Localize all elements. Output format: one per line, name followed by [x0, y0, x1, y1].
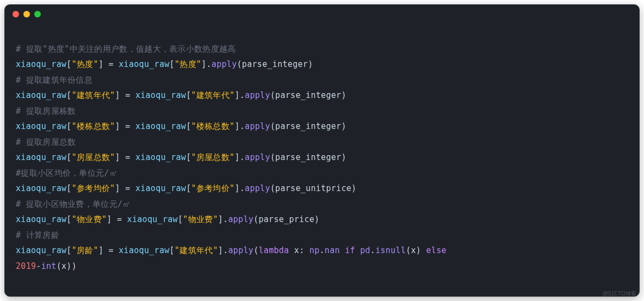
code-token: parse_integer [275, 90, 341, 100]
code-token: ) [341, 152, 346, 162]
code-token: ( [406, 245, 411, 255]
code-token: [ [186, 90, 191, 100]
code-token: parse_integer [275, 121, 341, 131]
code-token: [ [66, 59, 71, 69]
comment-line: # 提取建筑年份信息 [16, 75, 92, 85]
code-token: "参考均价" [191, 183, 235, 193]
code-token: ( [270, 121, 275, 131]
code-token: [ [186, 152, 191, 162]
code-token: isnull [375, 245, 406, 255]
code-token: x [411, 245, 416, 255]
code-token: xiaoqu_raw [16, 90, 66, 100]
comment-line: # 提取小区物业费，单位元/㎡ [16, 199, 131, 209]
code-token: ]. [218, 245, 228, 255]
code-token: ]. [234, 90, 245, 100]
code-token: - [36, 261, 41, 271]
code-token: ] [115, 152, 120, 162]
code-token: "建筑年代" [175, 245, 218, 255]
code-token: ( [270, 183, 275, 193]
code-token: = [103, 59, 119, 69]
maximize-icon[interactable] [34, 11, 41, 17]
code-token: ) [308, 59, 313, 69]
code-token: "物业费" [183, 214, 218, 224]
code-token: [ [66, 245, 71, 255]
code-token: ] [98, 59, 103, 69]
comment-line: # 提取"热度"中关注的用户数，值越大，表示小数热度越高 [16, 44, 236, 54]
code-token: xiaoqu_raw [16, 152, 66, 162]
comment-line: #提取小区均价，单位元/㎡ [16, 168, 117, 178]
code-token: ] [115, 90, 120, 100]
code-token: ( [57, 261, 61, 271]
code-token: xiaoqu_raw [135, 183, 186, 193]
code-token: ] [107, 214, 112, 224]
code-token: pd [360, 245, 370, 255]
code-token: ) [314, 214, 319, 224]
code-token: apply [245, 183, 270, 193]
watermark: @51CTO博客 [603, 290, 636, 298]
code-token: "楼栋总数" [191, 121, 235, 131]
code-token: xiaoqu_raw [135, 121, 186, 131]
code-token: [ [186, 121, 191, 131]
code-token: [ [66, 152, 71, 162]
comment-line: # 提取房屋栋数 [16, 106, 76, 116]
code-token: apply [228, 245, 253, 255]
code-token: = [103, 245, 119, 255]
code-token: x [61, 261, 66, 271]
code-token: ]. [234, 183, 245, 193]
comment-line: # 计算房龄 [16, 230, 59, 240]
code-token: ]. [234, 121, 245, 131]
code-token: )) [66, 261, 77, 271]
code-token: "楼栋总数" [72, 121, 115, 131]
code-token: xiaoqu_raw [16, 59, 66, 69]
code-token: "房龄" [72, 245, 98, 255]
code-window: # 提取"热度"中关注的用户数，值越大，表示小数热度越高 xiaoqu_raw[… [4, 4, 640, 297]
code-token: ] [115, 183, 120, 193]
code-token: "热度" [72, 59, 98, 69]
code-token: ]. [201, 59, 212, 69]
code-token: . [319, 245, 324, 255]
code-token: if [340, 245, 360, 255]
code-token: [ [66, 183, 71, 193]
code-token: ) [416, 245, 421, 255]
code-token: "参考均价" [72, 183, 115, 193]
code-token: = [112, 214, 127, 224]
minimize-icon[interactable] [23, 11, 30, 17]
code-token: apply [245, 90, 270, 100]
code-token: xiaoqu_raw [16, 214, 66, 224]
code-token: ]. [234, 152, 245, 162]
close-icon[interactable] [13, 11, 19, 17]
code-token: apply [228, 214, 253, 224]
code-token: apply [212, 59, 237, 69]
code-token: parse_price [258, 214, 314, 224]
code-token: np [309, 245, 320, 255]
code-token: ( [237, 59, 242, 69]
code-token: [ [178, 214, 183, 224]
code-token: [ [66, 121, 71, 131]
code-token: "房屋总数" [191, 152, 235, 162]
code-token: apply [245, 152, 270, 162]
code-token: lambda [258, 245, 289, 255]
code-token: = [120, 121, 135, 131]
code-token: xiaoqu_raw [135, 90, 186, 100]
code-token: "房屋总数" [72, 152, 115, 162]
code-token: xiaoqu_raw [119, 59, 169, 69]
code-token: xiaoqu_raw [135, 152, 186, 162]
code-token: apply [245, 121, 270, 131]
code-token: . [370, 245, 375, 255]
code-token: ) [341, 90, 346, 100]
code-token: = [120, 90, 135, 100]
code-token: [ [170, 245, 175, 255]
code-token: parse_integer [242, 59, 308, 69]
code-block: # 提取"热度"中关注的用户数，值越大，表示小数热度越高 xiaoqu_raw[… [5, 23, 639, 282]
code-token: parse_unitprice [275, 183, 351, 193]
code-token: = [120, 183, 135, 193]
code-token: xiaoqu_raw [16, 121, 66, 131]
code-token: [ [66, 214, 71, 224]
code-token: ]. [218, 214, 228, 224]
code-token: ) [351, 183, 356, 193]
code-token: [ [186, 183, 191, 193]
code-token: ( [270, 90, 275, 100]
code-token: else [421, 245, 451, 255]
code-token: nan [325, 245, 340, 255]
titlebar [5, 5, 639, 23]
